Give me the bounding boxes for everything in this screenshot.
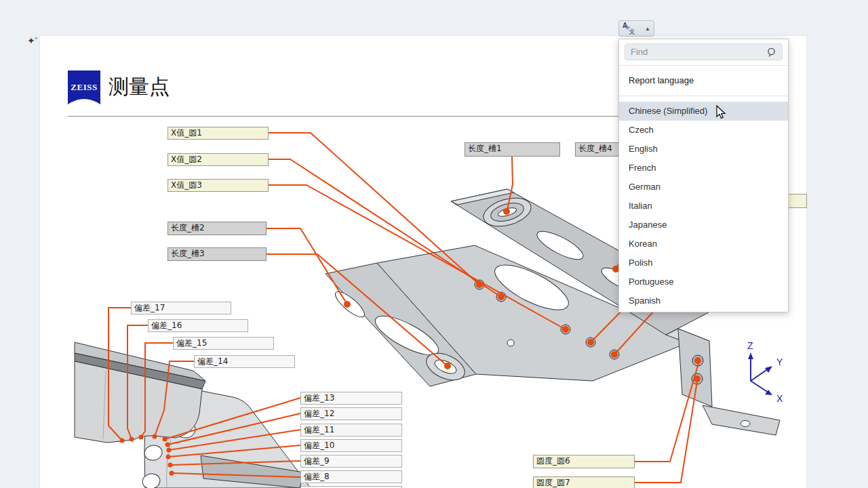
language-option-german[interactable]: German [619, 178, 788, 197]
language-option-italian[interactable]: Italian [619, 197, 788, 216]
language-option-japanese[interactable]: Japanese [619, 216, 788, 235]
callout-deviation-13: 偏差_13 [300, 392, 402, 405]
callout-x-value-circle3: X值_圆3 [167, 179, 269, 192]
zeiss-logo-text: ZEISS [71, 82, 97, 92]
dropdown-group-label: Report language [619, 66, 788, 96]
callout-length-slot3: 长度_槽3 [167, 247, 267, 261]
callout-x-value-circle1: X值_圆1 [167, 127, 269, 140]
app-window: ✦+ ZEISS 测量点 [0, 0, 868, 488]
language-option-french[interactable]: French [619, 159, 788, 178]
language-option-spanish[interactable]: Spanish [619, 291, 788, 310]
report-title: 测量点 [108, 73, 170, 101]
language-option-korean[interactable]: Korean [619, 235, 788, 253]
translate-icon-cjk: 戈 [629, 28, 635, 37]
callout-deviation-10: 偏差_10 [300, 439, 402, 452]
callout-deviation-14: 偏差_14 [194, 355, 295, 368]
sparkle-plus-glyph: + [35, 35, 38, 41]
callout-roundness-circle6: 圆度_圆6 [533, 455, 635, 468]
language-option-czech[interactable]: Czech [619, 121, 788, 140]
translate-icon: A ⇄ 戈 [623, 23, 634, 35]
callout-deviation-15: 偏差_15 [173, 337, 274, 350]
axis-y-label: Y [776, 357, 783, 367]
axis-z-label: Z [747, 340, 753, 351]
dropdown-arrow-icon: ▲ [645, 26, 650, 32]
callout-deviation-16: 偏差_16 [148, 319, 248, 332]
language-dropdown: Report language Chinese (Simplified) Cze… [618, 39, 789, 312]
language-option-polish[interactable]: Polish [619, 253, 788, 272]
callout-deviation-9: 偏差_9 [300, 455, 402, 468]
callout-length-slot1: 长度_槽1 [465, 142, 560, 157]
dropdown-search-row [619, 39, 788, 65]
language-option-chinese-simplified[interactable]: Chinese (Simplified) [619, 102, 788, 121]
callout-x-value-circle2: X值_圆2 [167, 153, 269, 166]
coordinate-axes: Z Y X [734, 338, 795, 405]
language-option-list: Chinese (Simplified) Czech English Frenc… [619, 96, 788, 312]
callout-deviation-11: 偏差_11 [300, 424, 402, 436]
callout-roundness-circle7: 圆度_圆7 [533, 476, 635, 488]
callout-length-slot2: 长度_槽2 [167, 222, 267, 235]
language-option-portuguese[interactable]: Portuguese [619, 272, 788, 291]
callout-deviation-12: 偏差_12 [300, 407, 402, 420]
axis-x-label: X [776, 393, 783, 404]
report-language-button[interactable]: A ⇄ 戈 ▲ [618, 20, 654, 37]
zeiss-logo: ZEISS [68, 70, 100, 107]
callout-deviation-8: 偏差_8 [300, 470, 402, 483]
callout-deviation-17: 偏差_17 [131, 302, 231, 314]
language-option-english[interactable]: English [619, 140, 788, 159]
ai-sparkle-icon[interactable]: ✦+ [27, 36, 38, 45]
magnifier-icon [767, 47, 777, 58]
search-input[interactable] [625, 43, 783, 60]
